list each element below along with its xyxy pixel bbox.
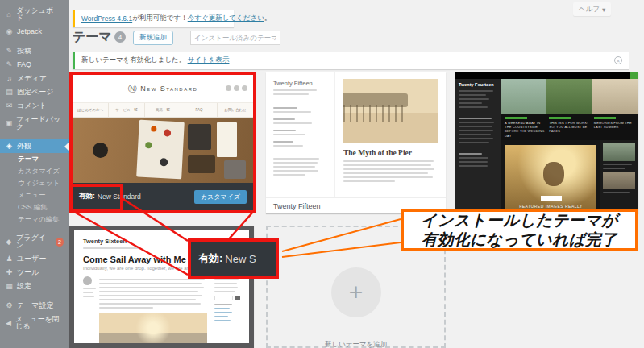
sidebar-item-settings[interactable]: ▦設定 [0,280,69,293]
sidebar-item-posts[interactable]: ✎投稿 [0,44,69,58]
sidebar-subitem-widgets[interactable]: ウィジェット [0,177,69,189]
chevron-down-icon: ▾ [602,6,605,14]
field-photo: FEATURED IMAGES REALLY [505,145,596,210]
sidebar-item-dashboard[interactable]: ⌂ダッシュボード [0,4,69,25]
nav-item: お問い合わせ [217,103,253,117]
sidebar-item-faq[interactable]: ✎FAQ [0,58,69,72]
preview-topbar [455,72,638,79]
preview-sidebar [214,276,240,343]
sidebar-item-label: 設定 [17,283,31,290]
social-icon [234,85,239,91]
caption-tag [541,196,562,201]
update-notice-period: 。 [264,14,272,23]
jetpack-icon: ◉ [5,28,14,35]
featured-thumbnails [501,79,638,114]
search-input[interactable] [190,31,280,45]
sidebar-item-pages[interactable]: ▤固定ページ [0,85,69,99]
active-label: 有効: [79,192,95,201]
sidebar-item-plugins[interactable]: ◆プラグイン2 [0,231,69,252]
photo-pouch [224,160,246,179]
sidebar-subitem-customize[interactable]: カスタマイズ [0,165,69,177]
sidebar-separator [0,226,69,231]
logo-text: New Standard [140,85,197,93]
collapse-icon: ◀ [5,320,12,327]
sidebar-item-theme-settings[interactable]: ⚙テーマ設定 [0,299,69,313]
theme-card-twenty-fifteen[interactable]: Twenty Fifteen The Myth of the Pier Twen… [266,72,446,213]
magnified-active-label: 有効: New S [188,238,279,279]
nav-item: FAQ [181,103,217,117]
theme-count-badge: 4 [114,31,126,43]
post-body [99,276,207,343]
preview-content: The Myth of the Pier [335,72,446,197]
success-notice-text: 新しいテーマを有効化しました。 [81,56,185,65]
user-icon: ♟ [5,255,14,263]
preview-article-title: The Myth of the Pier [343,149,438,157]
active-theme-bar: 有効: New Standard カスタマイズ [73,183,253,210]
sidebar-item-comments[interactable]: ✉コメント [0,99,69,113]
update-now-link[interactable]: 今すぐ更新してください [188,14,264,23]
plugin-icon: ◆ [5,238,13,246]
headline: MEMORIES FROM THE LAST SUMMER [594,121,634,129]
active-theme-name: New S [225,253,256,265]
category-tag [594,117,617,119]
theme-card-new-standard[interactable]: Ⓝ New Standard はじめての方へ サービス一覧 商品一覧 FAQ お… [73,75,253,210]
theme-card-twenty-fourteen[interactable]: Twenty Fourteen A WEEKEND AWAY IN THE CO… [455,72,638,213]
page-title: テーマ [73,29,112,46]
comment-icon: ✉ [5,102,14,110]
pier-photo [343,79,438,143]
preview-sidebar: Twenty Fifteen [266,72,335,197]
sidebar-item-label: ダッシュボード [16,7,64,22]
active-label: 有効: [198,251,222,266]
help-button[interactable]: ヘルプ ▾ [573,2,611,16]
photo-phone [188,124,211,150]
social-icon [242,85,247,91]
callout-line: インストールしたテーマが [421,211,618,230]
update-count-badge: 2 [56,238,64,246]
sidebar-separator [0,293,69,299]
sidebar-item-label: メニューを閉じる [15,316,64,330]
preview-sidebar: Twenty Fourteen [455,79,501,213]
photo-sticker-sheet [136,120,185,180]
sidebar-separator [0,134,69,139]
sidebar-item-tools[interactable]: ✚ツール [0,266,69,280]
wordpress-version-link[interactable]: WordPress 4.6.1 [81,14,132,23]
help-label: ヘルプ [579,5,600,14]
sidebar-item-label: メディア [17,75,47,82]
post-meta [83,276,99,343]
dismiss-icon[interactable]: ✕ [614,56,622,64]
nav-item: サービス一覧 [108,103,144,117]
thumb-lake [501,79,546,114]
add-new-button[interactable]: 新規追加 [133,31,173,45]
sidebar-item-jetpack[interactable]: ◉Jetpack [0,25,69,39]
thumb-pier [592,79,638,114]
sidebar-item-media[interactable]: ♫メディア [0,72,69,85]
sidebar-item-feedback[interactable]: ▣フィードバック [0,113,69,134]
view-site-link[interactable]: サイトを表示 [188,56,230,65]
feedback-icon: ▣ [5,120,13,127]
gear-icon: ⚙ [5,302,14,309]
sidebar-subitem-theme-editor[interactable]: テーマの編集 [0,213,69,226]
new-standard-logo: Ⓝ New Standard [128,83,198,95]
sidebar-subitem-css-edit[interactable]: CSS 編集 [0,201,69,213]
sidebar-subitem-themes[interactable]: テーマ [0,153,69,165]
settings-icon: ▦ [5,283,14,290]
nav-item: 商品一覧 [144,103,181,117]
active-theme-name: New Standard [98,193,141,201]
social-icons [226,85,247,91]
sidebar-item-label: テーマ設定 [17,302,53,309]
sidebar-item-label: フィードバック [16,116,64,130]
sticker [150,126,156,132]
sunset-photo [99,313,207,343]
logo-mark-icon: Ⓝ [128,83,139,95]
annotation-callout: インストールしたテーマが 有効化になっていれば完了 [401,209,638,251]
search-button [235,296,240,300]
sidebar-item-collapse-menu[interactable]: ◀メニューを閉じる [0,313,69,334]
sidebar-item-appearance[interactable]: ◈外観 [0,139,69,153]
sidebar-item-label: ツール [17,269,39,276]
sidebar-item-label: 外観 [17,143,31,150]
preview-site-title: Twenty Fifteen [273,80,327,87]
sidebar-subitem-menus[interactable]: メニュー [0,189,69,201]
customize-button[interactable]: カスタマイズ [194,190,247,204]
sidebar-item-users[interactable]: ♟ユーザー [0,252,69,266]
mini-thumb [603,143,635,161]
